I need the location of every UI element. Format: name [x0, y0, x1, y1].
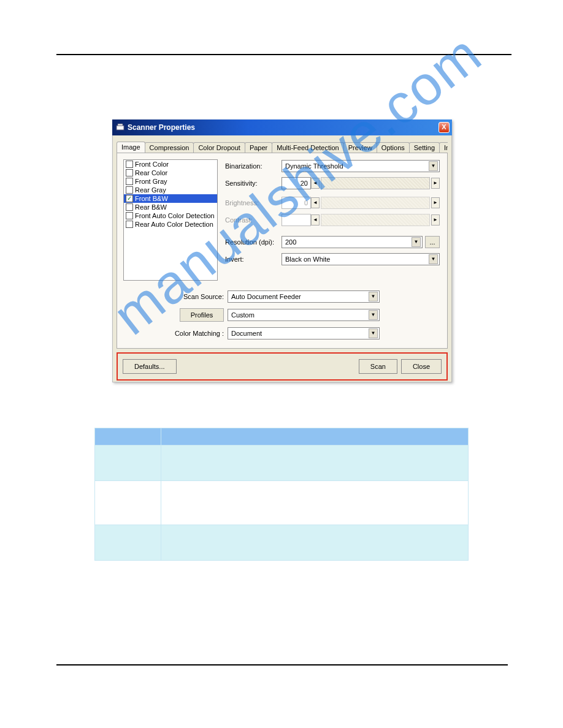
- checkbox-icon[interactable]: [126, 161, 133, 168]
- list-item[interactable]: Rear Gray: [124, 186, 217, 194]
- combo-value: Custom: [231, 311, 255, 319]
- scanner-properties-dialog: Scanner Properties X Image Compression C…: [112, 119, 452, 382]
- titlebar: Scanner Properties X: [112, 119, 452, 135]
- contrast-input: [282, 214, 311, 226]
- combo-value: Dynamic Threshold: [285, 162, 343, 170]
- svg-rect-0: [117, 126, 124, 130]
- close-button[interactable]: Close: [401, 359, 442, 374]
- slider-right-icon: ►: [431, 214, 440, 226]
- tab-image-panel: Front Color Rear Color Front Gray Rear G…: [117, 153, 448, 349]
- slider-left-icon: ◄: [311, 214, 320, 226]
- list-item-label: Rear B&W: [135, 203, 167, 211]
- close-icon[interactable]: X: [439, 122, 450, 133]
- list-item[interactable]: Front Color: [124, 160, 217, 169]
- tab-imprinter[interactable]: Imprinter: [439, 142, 448, 153]
- slider-right-icon: ►: [431, 197, 440, 208]
- list-item-label: Front B&W: [135, 195, 168, 202]
- sensitivity-label: Sensitivity:: [225, 180, 282, 187]
- dialog-title: Scanner Properties: [128, 123, 195, 132]
- table-header: [161, 428, 469, 446]
- table-cell: [95, 446, 161, 481]
- checkbox-icon[interactable]: [126, 178, 133, 185]
- image-select-list[interactable]: Front Color Rear Color Front Gray Rear G…: [123, 159, 218, 281]
- brightness-input: 0: [282, 197, 311, 209]
- brightness-slider: [321, 197, 430, 209]
- invert-combo[interactable]: Black on White ▼: [282, 253, 440, 265]
- description-table: [94, 428, 469, 561]
- slider-left-icon[interactable]: ◄: [311, 178, 320, 189]
- table-header: [95, 428, 161, 446]
- tab-multi-feed[interactable]: Multi-Feed Detection: [272, 142, 344, 153]
- chevron-down-icon[interactable]: ▼: [412, 237, 421, 247]
- table-cell: [161, 481, 469, 525]
- scanner-icon: [116, 123, 124, 132]
- color-matching-combo[interactable]: Document ▼: [228, 327, 380, 339]
- tab-paper[interactable]: Paper: [245, 142, 272, 153]
- combo-value: Auto Document Feeder: [231, 293, 301, 300]
- list-item[interactable]: Rear B&W: [124, 203, 217, 211]
- dialog-body: Image Compression Color Dropout Paper Mu…: [112, 135, 452, 382]
- checkbox-icon[interactable]: [126, 186, 133, 194]
- table-row: [95, 481, 469, 525]
- chevron-down-icon[interactable]: ▼: [429, 161, 438, 171]
- resolution-label: Resolution (dpi):: [225, 238, 282, 246]
- list-item[interactable]: ✓Front B&W: [124, 194, 217, 203]
- list-item-label: Rear Gray: [135, 186, 166, 194]
- tab-color-dropout[interactable]: Color Dropout: [193, 142, 245, 153]
- table-cell: [161, 525, 469, 561]
- resolution-combo[interactable]: 200 ▼: [282, 236, 423, 248]
- contrast-slider: [321, 214, 430, 226]
- checkbox-icon[interactable]: [126, 212, 133, 219]
- svg-rect-1: [118, 124, 123, 126]
- property-column: Binarization: Dynamic Threshold ▼ Sensit…: [225, 159, 440, 270]
- chevron-down-icon[interactable]: ▼: [429, 254, 438, 264]
- combo-value: Black on White: [285, 256, 330, 263]
- list-item[interactable]: Rear Auto Color Detection: [124, 220, 217, 229]
- chevron-down-icon[interactable]: ▼: [369, 310, 378, 320]
- slider-right-icon[interactable]: ►: [431, 178, 440, 189]
- resolution-more-button[interactable]: ...: [425, 236, 440, 248]
- list-item-label: Front Color: [135, 161, 169, 168]
- profiles-combo[interactable]: Custom ▼: [228, 309, 380, 321]
- bottom-rule: [56, 664, 508, 665]
- brightness-label: Brightness:: [225, 199, 282, 207]
- contrast-label: Contrast:: [225, 216, 282, 224]
- color-matching-label: Color Matching :: [166, 330, 228, 337]
- top-rule: [56, 54, 511, 55]
- list-item[interactable]: Rear Color: [124, 169, 217, 177]
- invert-label: Invert:: [225, 256, 282, 263]
- list-item-label: Front Gray: [135, 178, 167, 185]
- scan-source-label: Scan Source:: [166, 293, 228, 300]
- tab-image[interactable]: Image: [117, 142, 145, 153]
- checkbox-icon[interactable]: [126, 169, 133, 176]
- footer-row: Defaults... Scan Close: [117, 352, 448, 381]
- tab-preview[interactable]: Preview: [343, 142, 377, 153]
- scan-source-combo[interactable]: Auto Document Feeder ▼: [228, 290, 380, 303]
- scan-button[interactable]: Scan: [359, 359, 397, 374]
- tab-compression[interactable]: Compression: [145, 142, 194, 153]
- tab-setting[interactable]: Setting: [409, 142, 440, 153]
- bottom-combos: Scan Source: Auto Document Feeder ▼ Prof…: [166, 289, 380, 344]
- table-cell: [95, 525, 161, 561]
- checkbox-icon[interactable]: [126, 221, 133, 228]
- checkbox-icon[interactable]: [126, 203, 133, 211]
- checkbox-icon[interactable]: ✓: [126, 195, 133, 202]
- list-item[interactable]: Front Auto Color Detection: [124, 211, 217, 220]
- table-row: [95, 525, 469, 561]
- profiles-button[interactable]: Profiles: [180, 308, 224, 322]
- chevron-down-icon[interactable]: ▼: [369, 292, 378, 301]
- tabstrip: Image Compression Color Dropout Paper Mu…: [117, 139, 448, 153]
- combo-value: 200: [285, 238, 296, 246]
- chevron-down-icon[interactable]: ▼: [369, 328, 378, 338]
- defaults-button[interactable]: Defaults...: [123, 359, 177, 374]
- tab-options[interactable]: Options: [377, 142, 410, 153]
- list-item-label: Rear Auto Color Detection: [135, 221, 213, 228]
- list-item[interactable]: Front Gray: [124, 177, 217, 186]
- slider-left-icon: ◄: [311, 197, 320, 208]
- sensitivity-slider[interactable]: [321, 177, 430, 189]
- table-row: [95, 446, 469, 481]
- binarization-combo[interactable]: Dynamic Threshold ▼: [282, 160, 440, 172]
- table-cell: [161, 446, 469, 481]
- sensitivity-input[interactable]: 20: [282, 177, 311, 189]
- list-item-label: Rear Color: [135, 169, 167, 176]
